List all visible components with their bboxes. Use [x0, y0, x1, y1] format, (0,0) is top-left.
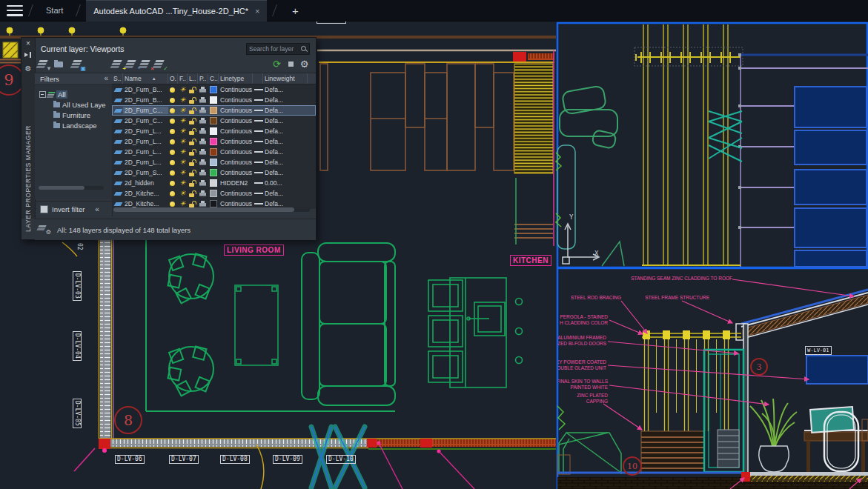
layer-linetype[interactable]: HIDDEN2 [219, 179, 253, 187]
unlock-icon[interactable] [189, 190, 195, 197]
layer-lineweight[interactable]: Defa... [263, 138, 308, 145]
col-name[interactable]: Name [123, 73, 168, 84]
layer-row[interactable]: 2D_Furn_L...ContinuousDefa... [112, 126, 316, 136]
bulb-on-icon[interactable] [170, 191, 175, 196]
layer-lineweight[interactable]: Defa... [263, 159, 308, 166]
bulb-on-icon[interactable] [170, 160, 175, 165]
tab-start[interactable]: Start [39, 0, 70, 21]
layer-list-scrollbar[interactable] [113, 207, 310, 212]
sun-thaw-icon[interactable] [179, 148, 186, 156]
search-input[interactable] [247, 45, 300, 53]
layer-row[interactable]: 2D_Furn_L...ContinuousDefa... [112, 147, 316, 157]
layer-row[interactable]: 2D_Furn_L...ContinuousDefa... [112, 136, 316, 147]
layer-row[interactable]: 2d_hiddenHIDDEN20.00... [112, 178, 316, 188]
layer-linetype[interactable]: Continuous [219, 96, 253, 104]
layer-lineweight[interactable]: Defa... [263, 148, 308, 156]
layer-lineweight[interactable]: Defa... [263, 86, 308, 93]
new-group-filter-button[interactable] [53, 58, 65, 70]
col-plot[interactable]: P.. [198, 73, 208, 84]
layer-lineweight[interactable]: 0.00... [263, 179, 308, 187]
layer-linetype[interactable]: Continuous [219, 200, 253, 207]
layer-lineweight[interactable]: Defa... [263, 200, 308, 207]
plot-icon[interactable] [199, 159, 207, 165]
color-swatch[interactable] [210, 190, 217, 197]
collapse-box-icon[interactable] [39, 91, 46, 98]
filter-item-furniture[interactable]: Furniture [53, 110, 90, 120]
new-property-filter-button[interactable]: ▼ [38, 58, 50, 70]
refresh-icon[interactable]: ⟳ [271, 58, 283, 70]
set-current-button[interactable]: ✓ [154, 58, 167, 70]
unlock-icon[interactable] [189, 118, 195, 124]
new-layer-button[interactable]: + [112, 58, 125, 70]
col-color[interactable]: C.. [208, 73, 219, 84]
unlock-icon[interactable] [189, 97, 195, 104]
menu-icon[interactable] [7, 5, 23, 16]
col-status[interactable]: S.. [112, 73, 123, 84]
unlock-icon[interactable] [189, 128, 195, 135]
sun-thaw-icon[interactable] [179, 179, 186, 187]
color-swatch[interactable] [210, 159, 217, 166]
autohide-pin-icon[interactable] [21, 51, 35, 59]
bulb-on-icon[interactable] [170, 119, 175, 124]
unlock-icon[interactable] [189, 87, 195, 93]
filter-item-all-used[interactable]: All Used Laye [53, 100, 106, 110]
layer-row[interactable]: 2D_Furn_B...ContinuousDefa... [112, 95, 316, 105]
bulb-on-icon[interactable] [170, 202, 175, 207]
collapse-invert-icon[interactable]: « [95, 205, 99, 213]
collapse-filters-icon[interactable]: « [104, 74, 108, 82]
color-swatch[interactable] [210, 169, 217, 176]
plot-icon[interactable] [199, 87, 207, 93]
sun-thaw-icon[interactable] [179, 159, 186, 166]
layer-settings-icon[interactable] [39, 224, 49, 233]
sun-thaw-icon[interactable] [179, 190, 186, 197]
color-swatch[interactable] [210, 107, 217, 114]
sun-thaw-icon[interactable] [179, 138, 186, 145]
layer-lineweight[interactable]: Defa... [263, 96, 308, 104]
color-swatch[interactable] [210, 148, 217, 156]
plot-icon[interactable] [199, 107, 207, 113]
plot-icon[interactable] [199, 190, 207, 196]
col-lock[interactable]: L.. [188, 73, 198, 84]
plot-icon[interactable] [199, 128, 207, 134]
layer-lineweight[interactable]: Defa... [263, 107, 308, 114]
layer-table-header[interactable]: S.. Name O. F.. L.. P.. C.. Linetype Lin… [112, 73, 316, 84]
invert-filter-checkbox[interactable] [40, 205, 48, 213]
bulb-on-icon[interactable] [170, 129, 175, 134]
plot-icon[interactable] [199, 97, 207, 103]
bulb-on-icon[interactable] [170, 181, 175, 186]
isolate-icon[interactable] [285, 58, 298, 70]
layer-lineweight[interactable]: Defa... [263, 190, 308, 197]
bulb-on-icon[interactable] [170, 139, 175, 144]
filter-item-landscape[interactable]: Landscape [53, 121, 96, 130]
search-icon[interactable] [300, 45, 308, 53]
plot-icon[interactable] [199, 139, 207, 144]
sun-thaw-icon[interactable] [179, 200, 186, 207]
layer-row-selected[interactable]: 2D_Furn_C...ContinuousDefa... [112, 105, 316, 116]
unlock-icon[interactable] [189, 159, 195, 166]
layer-linetype[interactable]: Continuous [219, 117, 253, 124]
new-tab-button[interactable]: + [287, 3, 303, 18]
color-swatch[interactable] [210, 117, 217, 124]
col-linetype[interactable]: Linetype [219, 73, 253, 84]
bulb-on-icon[interactable] [170, 87, 175, 93]
plot-icon[interactable] [199, 180, 207, 186]
sun-thaw-icon[interactable] [179, 117, 186, 124]
layer-row[interactable]: 2D_Furn_L...ContinuousDefa... [112, 157, 316, 167]
unlock-icon[interactable] [189, 201, 195, 207]
col-freeze[interactable]: F.. [178, 73, 188, 84]
layer-linetype[interactable]: Continuous [219, 169, 253, 176]
sun-thaw-icon[interactable] [179, 107, 186, 114]
layer-row[interactable]: 2D_Furn_S...ContinuousDefa... [112, 167, 316, 178]
new-layer-vp-frozen-button[interactable]: * [126, 58, 139, 70]
plot-icon[interactable] [199, 170, 207, 176]
layer-row[interactable]: 2D_Furn_C...ContinuousDefa... [112, 116, 316, 126]
layer-linetype[interactable]: Continuous [219, 190, 253, 197]
sun-thaw-icon[interactable] [179, 127, 186, 135]
color-swatch[interactable] [210, 200, 217, 207]
plot-icon[interactable] [199, 201, 207, 207]
col-on[interactable]: O. [168, 73, 178, 84]
layer-lineweight[interactable]: Defa... [263, 169, 308, 176]
filter-tree-root[interactable]: All [39, 90, 67, 99]
layer-linetype[interactable]: Continuous [219, 148, 253, 156]
layer-search[interactable] [246, 43, 310, 55]
